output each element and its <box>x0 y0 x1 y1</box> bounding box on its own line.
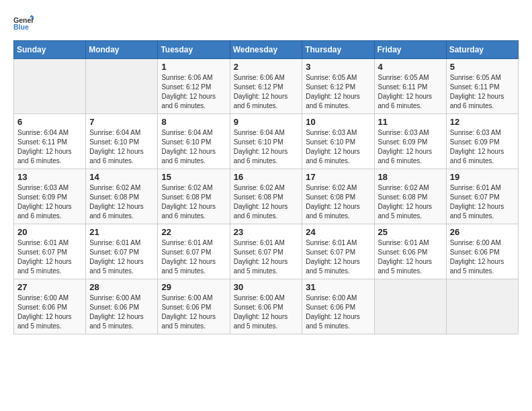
day-number: 6 <box>17 117 82 127</box>
day-number: 10 <box>306 117 370 127</box>
calendar-cell: 16Sunrise: 6:02 AM Sunset: 6:08 PM Dayli… <box>230 169 302 224</box>
calendar-cell: 17Sunrise: 6:02 AM Sunset: 6:08 PM Dayli… <box>302 169 374 224</box>
day-number: 28 <box>89 282 154 292</box>
calendar-cell: 11Sunrise: 6:03 AM Sunset: 6:09 PM Dayli… <box>374 114 446 169</box>
day-number: 3 <box>306 62 370 72</box>
calendar-cell: 26Sunrise: 6:00 AM Sunset: 6:06 PM Dayli… <box>446 224 518 279</box>
calendar-cell: 25Sunrise: 6:01 AM Sunset: 6:06 PM Dayli… <box>374 224 446 279</box>
day-number: 4 <box>378 62 443 72</box>
day-info: Sunrise: 6:04 AM Sunset: 6:10 PM Dayligh… <box>161 128 226 166</box>
calendar-week-row: 20Sunrise: 6:01 AM Sunset: 6:07 PM Dayli… <box>14 224 519 279</box>
day-number: 29 <box>161 282 226 292</box>
calendar-cell <box>86 59 158 114</box>
day-of-week-header: Sunday <box>14 41 86 59</box>
calendar-cell: 4Sunrise: 6:05 AM Sunset: 6:11 PM Daylig… <box>374 59 446 114</box>
day-info: Sunrise: 6:01 AM Sunset: 6:07 PM Dayligh… <box>450 183 515 221</box>
day-of-week-header: Friday <box>374 41 446 59</box>
day-info: Sunrise: 6:01 AM Sunset: 6:07 PM Dayligh… <box>161 238 226 276</box>
calendar-week-row: 13Sunrise: 6:03 AM Sunset: 6:09 PM Dayli… <box>14 169 519 224</box>
day-number: 2 <box>234 62 299 72</box>
day-number: 16 <box>234 172 299 182</box>
day-info: Sunrise: 6:06 AM Sunset: 6:12 PM Dayligh… <box>161 73 226 111</box>
day-number: 20 <box>17 227 82 237</box>
day-info: Sunrise: 6:04 AM Sunset: 6:10 PM Dayligh… <box>234 128 299 166</box>
calendar-cell: 28Sunrise: 6:00 AM Sunset: 6:06 PM Dayli… <box>86 279 158 334</box>
day-of-week-header: Monday <box>86 41 158 59</box>
calendar-cell: 24Sunrise: 6:01 AM Sunset: 6:07 PM Dayli… <box>302 224 374 279</box>
day-of-week-header: Wednesday <box>230 41 302 59</box>
calendar-cell: 9Sunrise: 6:04 AM Sunset: 6:10 PM Daylig… <box>230 114 302 169</box>
day-number: 18 <box>378 172 443 182</box>
calendar-cell: 6Sunrise: 6:04 AM Sunset: 6:11 PM Daylig… <box>14 114 86 169</box>
day-info: Sunrise: 6:02 AM Sunset: 6:08 PM Dayligh… <box>161 183 226 221</box>
day-of-week-header: Saturday <box>446 41 518 59</box>
calendar-table: SundayMondayTuesdayWednesdayThursdayFrid… <box>13 40 519 334</box>
logo: General Blue <box>13 13 34 34</box>
day-number: 26 <box>450 227 515 237</box>
day-number: 17 <box>306 172 370 182</box>
day-number: 5 <box>450 62 515 72</box>
day-number: 9 <box>234 117 299 127</box>
day-info: Sunrise: 6:00 AM Sunset: 6:06 PM Dayligh… <box>89 293 154 331</box>
day-number: 23 <box>234 227 299 237</box>
calendar-cell: 13Sunrise: 6:03 AM Sunset: 6:09 PM Dayli… <box>14 169 86 224</box>
day-number: 21 <box>89 227 154 237</box>
calendar-cell: 29Sunrise: 6:00 AM Sunset: 6:06 PM Dayli… <box>158 279 230 334</box>
calendar-header-row: SundayMondayTuesdayWednesdayThursdayFrid… <box>14 41 519 59</box>
day-number: 11 <box>378 117 443 127</box>
calendar-cell: 12Sunrise: 6:03 AM Sunset: 6:09 PM Dayli… <box>446 114 518 169</box>
day-info: Sunrise: 6:00 AM Sunset: 6:06 PM Dayligh… <box>450 238 515 276</box>
day-info: Sunrise: 6:05 AM Sunset: 6:11 PM Dayligh… <box>378 73 443 111</box>
calendar-cell: 15Sunrise: 6:02 AM Sunset: 6:08 PM Dayli… <box>158 169 230 224</box>
day-info: Sunrise: 6:01 AM Sunset: 6:06 PM Dayligh… <box>378 238 443 276</box>
day-info: Sunrise: 6:01 AM Sunset: 6:07 PM Dayligh… <box>17 238 82 276</box>
calendar-cell: 31Sunrise: 6:00 AM Sunset: 6:06 PM Dayli… <box>302 279 374 334</box>
page-container: General Blue SundayMondayTuesdayWednesda… <box>13 13 519 334</box>
day-number: 19 <box>450 172 515 182</box>
day-number: 15 <box>161 172 226 182</box>
calendar-week-row: 6Sunrise: 6:04 AM Sunset: 6:11 PM Daylig… <box>14 114 519 169</box>
day-number: 30 <box>234 282 299 292</box>
day-number: 7 <box>89 117 154 127</box>
calendar-cell: 2Sunrise: 6:06 AM Sunset: 6:12 PM Daylig… <box>230 59 302 114</box>
calendar-cell <box>374 279 446 334</box>
day-info: Sunrise: 6:01 AM Sunset: 6:07 PM Dayligh… <box>306 238 370 276</box>
header: General Blue <box>13 13 519 34</box>
day-number: 25 <box>378 227 443 237</box>
calendar-cell: 22Sunrise: 6:01 AM Sunset: 6:07 PM Dayli… <box>158 224 230 279</box>
day-info: Sunrise: 6:03 AM Sunset: 6:09 PM Dayligh… <box>17 183 82 221</box>
calendar-cell: 18Sunrise: 6:02 AM Sunset: 6:08 PM Dayli… <box>374 169 446 224</box>
logo-icon: General Blue <box>13 13 34 34</box>
day-info: Sunrise: 6:03 AM Sunset: 6:09 PM Dayligh… <box>378 128 443 166</box>
day-number: 31 <box>306 282 370 292</box>
day-number: 27 <box>17 282 82 292</box>
calendar-cell <box>446 279 518 334</box>
day-of-week-header: Thursday <box>302 41 374 59</box>
day-info: Sunrise: 6:03 AM Sunset: 6:09 PM Dayligh… <box>450 128 515 166</box>
calendar-week-row: 27Sunrise: 6:00 AM Sunset: 6:06 PM Dayli… <box>14 279 519 334</box>
calendar-cell: 19Sunrise: 6:01 AM Sunset: 6:07 PM Dayli… <box>446 169 518 224</box>
day-number: 13 <box>17 172 82 182</box>
calendar-cell: 14Sunrise: 6:02 AM Sunset: 6:08 PM Dayli… <box>86 169 158 224</box>
day-number: 8 <box>161 117 226 127</box>
calendar-week-row: 1Sunrise: 6:06 AM Sunset: 6:12 PM Daylig… <box>14 59 519 114</box>
day-number: 22 <box>161 227 226 237</box>
calendar-cell: 1Sunrise: 6:06 AM Sunset: 6:12 PM Daylig… <box>158 59 230 114</box>
day-info: Sunrise: 6:06 AM Sunset: 6:12 PM Dayligh… <box>234 73 299 111</box>
calendar-cell: 23Sunrise: 6:01 AM Sunset: 6:07 PM Dayli… <box>230 224 302 279</box>
calendar-cell: 21Sunrise: 6:01 AM Sunset: 6:07 PM Dayli… <box>86 224 158 279</box>
day-of-week-header: Tuesday <box>158 41 230 59</box>
calendar-cell: 5Sunrise: 6:05 AM Sunset: 6:11 PM Daylig… <box>446 59 518 114</box>
day-info: Sunrise: 6:05 AM Sunset: 6:12 PM Dayligh… <box>306 73 370 111</box>
day-info: Sunrise: 6:02 AM Sunset: 6:08 PM Dayligh… <box>234 183 299 221</box>
calendar-cell: 20Sunrise: 6:01 AM Sunset: 6:07 PM Dayli… <box>14 224 86 279</box>
day-info: Sunrise: 6:04 AM Sunset: 6:11 PM Dayligh… <box>17 128 82 166</box>
svg-text:Blue: Blue <box>13 23 29 31</box>
day-info: Sunrise: 6:05 AM Sunset: 6:11 PM Dayligh… <box>450 73 515 111</box>
day-info: Sunrise: 6:02 AM Sunset: 6:08 PM Dayligh… <box>89 183 154 221</box>
calendar-cell: 3Sunrise: 6:05 AM Sunset: 6:12 PM Daylig… <box>302 59 374 114</box>
day-number: 12 <box>450 117 515 127</box>
day-info: Sunrise: 6:04 AM Sunset: 6:10 PM Dayligh… <box>89 128 154 166</box>
day-number: 14 <box>89 172 154 182</box>
day-info: Sunrise: 6:00 AM Sunset: 6:06 PM Dayligh… <box>17 293 82 331</box>
